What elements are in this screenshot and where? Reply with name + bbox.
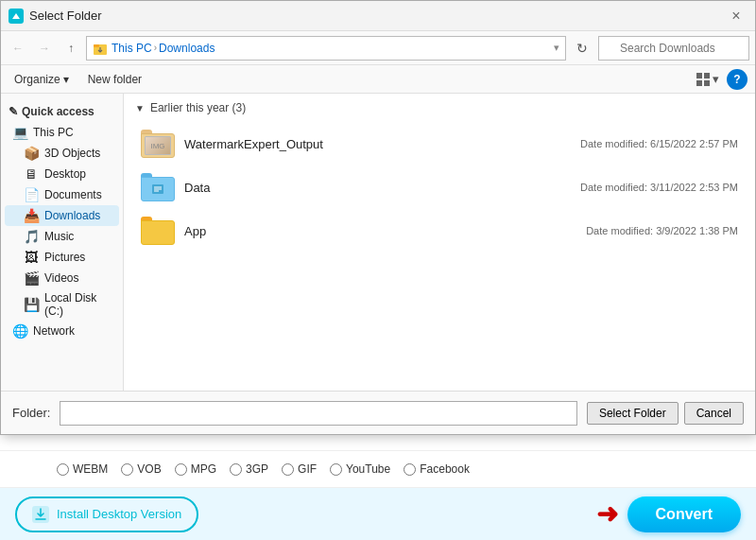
group-chevron-icon[interactable]: ▼ [135, 103, 145, 113]
format-webm[interactable]: WEBM [57, 462, 108, 476]
forward-button[interactable]: → [33, 37, 56, 60]
downloads-folder-icon [93, 41, 108, 56]
sidebar-item-local-disk[interactable]: 💾 Local Disk (C:) [5, 288, 119, 321]
view-icon [696, 72, 711, 87]
format-mpg[interactable]: MPG [175, 462, 216, 476]
toolbar: Organize ▾ New folder ▾ ? [1, 65, 755, 94]
format-gif[interactable]: GIF [282, 462, 317, 476]
sidebar-item-network[interactable]: 🌐 Network [5, 321, 119, 341]
3d-objects-icon: 📦 [24, 146, 39, 161]
watermark-folder-icon: IMG [141, 127, 175, 161]
file-item-app[interactable]: App Date modified: 3/9/2022 1:38 PM [135, 209, 744, 253]
arrow-icon: ➜ [596, 498, 618, 530]
address-box[interactable]: This PC › Downloads ▾ [86, 36, 566, 61]
data-folder-icon [141, 170, 175, 204]
refresh-button[interactable]: ↻ [570, 36, 594, 61]
network-icon: 🌐 [12, 323, 27, 339]
svg-rect-2 [94, 44, 99, 47]
search-wrap: 🔍 [598, 36, 749, 61]
svg-rect-6 [696, 80, 702, 86]
up-button[interactable]: ↑ [60, 37, 82, 60]
install-desktop-button[interactable]: Install Desktop Version [15, 496, 198, 532]
folder-input[interactable] [60, 401, 576, 426]
sidebar-item-desktop[interactable]: 🖥 Desktop [5, 164, 119, 184]
search-input[interactable] [598, 36, 749, 61]
dialog-title-bar: Select Folder × [1, 1, 755, 31]
app-folder-icon [141, 214, 175, 248]
format-facebook[interactable]: Facebook [404, 462, 470, 476]
sidebar-item-videos[interactable]: 🎬 Videos [5, 268, 119, 288]
sidebar: ✎ Quick access 💻 This PC 📦 3D Objects 🖥 … [1, 94, 124, 391]
action-buttons: Select Folder Cancel [587, 402, 744, 425]
new-folder-button[interactable]: New folder [82, 71, 147, 88]
format-3gp[interactable]: 3GP [230, 462, 268, 476]
videos-icon: 🎬 [24, 270, 39, 286]
view-button[interactable]: ▾ [696, 72, 719, 87]
address-bar: ← → ↑ This PC › Downloads ▾ ↻ 🔍 [1, 31, 755, 65]
sidebar-item-music[interactable]: 🎵 Music [5, 226, 119, 247]
format-youtube[interactable]: YouTube [330, 462, 390, 476]
file-item-data[interactable]: Data Date modified: 3/11/2022 2:53 PM [135, 165, 744, 209]
format-vob[interactable]: VOB [121, 462, 161, 476]
convert-button[interactable]: Convert [627, 496, 741, 532]
close-button[interactable]: × [725, 5, 747, 27]
sidebar-item-downloads[interactable]: 📥 Downloads [5, 205, 119, 226]
documents-icon: 📄 [24, 187, 39, 202]
folder-bar: Folder: Select Folder Cancel [1, 391, 755, 434]
local-disk-icon: 💾 [24, 297, 39, 312]
organize-button[interactable]: Organize ▾ [9, 71, 75, 88]
select-folder-dialog: Select Folder × ← → ↑ This PC › Download… [0, 0, 756, 435]
group-header[interactable]: ▼ Earlier this year (3) [135, 101, 744, 114]
sidebar-item-3d-objects[interactable]: 📦 3D Objects [5, 143, 119, 164]
sidebar-item-this-pc[interactable]: 💻 This PC [5, 122, 119, 143]
downloads-icon: 📥 [24, 208, 39, 223]
svg-rect-5 [704, 73, 710, 78]
select-folder-button[interactable]: Select Folder [587, 402, 679, 425]
dialog-title: Select Folder [29, 9, 719, 23]
back-button[interactable]: ← [7, 37, 29, 60]
dialog-icon [9, 9, 24, 24]
file-list: ▼ Earlier this year (3) IMG Watermark [124, 94, 755, 391]
svg-rect-7 [704, 80, 710, 86]
main-content: ✎ Quick access 💻 This PC 📦 3D Objects 🖥 … [1, 94, 755, 391]
file-item-watermark[interactable]: IMG WatermarkExpert_Output Date modified… [135, 122, 744, 165]
svg-rect-4 [696, 73, 702, 78]
pictures-icon: 🖼 [24, 250, 39, 265]
quick-access-header[interactable]: ✎ Quick access [1, 101, 123, 122]
cancel-button[interactable]: Cancel [684, 402, 744, 425]
download-icon [32, 506, 49, 523]
sidebar-item-pictures[interactable]: 🖼 Pictures [5, 247, 119, 268]
sidebar-item-documents[interactable]: 📄 Documents [5, 184, 119, 205]
this-pc-icon: 💻 [12, 125, 27, 140]
desktop-icon: 🖥 [24, 166, 39, 182]
music-icon: 🎵 [24, 229, 39, 244]
help-button[interactable]: ? [727, 69, 747, 90]
